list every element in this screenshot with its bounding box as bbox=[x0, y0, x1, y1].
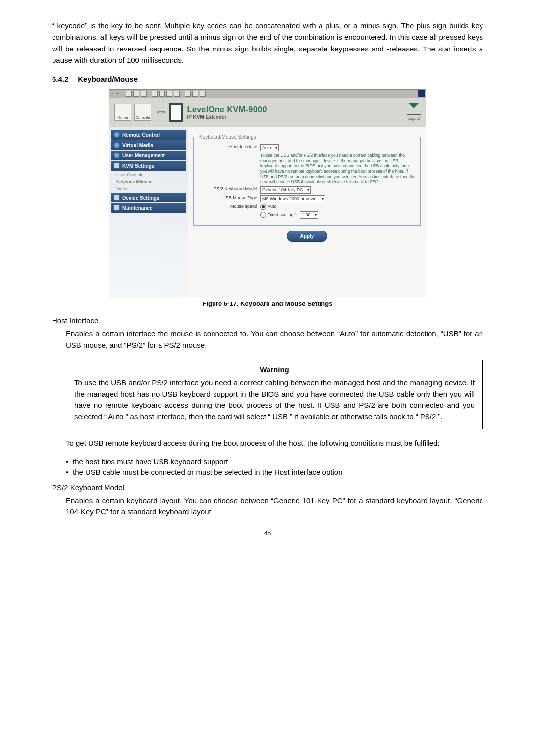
brand-title: LevelOne KVM-9000 bbox=[187, 105, 267, 114]
sidebar-item-user-management[interactable]: User Management bbox=[111, 151, 186, 160]
toolbar-button-icon[interactable] bbox=[185, 91, 191, 97]
list-item: the host bios must have USB keyboard sup… bbox=[66, 457, 483, 466]
sidebar-item-kvm-settings[interactable]: KVM Settings bbox=[111, 161, 186, 171]
figure-caption: Figure 6-17. Keyboard and Mouse Settings bbox=[52, 300, 483, 307]
fieldset-legend: Keyboard/Mouse Settings bbox=[198, 134, 258, 140]
brand-logo-icon bbox=[169, 103, 183, 122]
host-interface-select[interactable]: Auto bbox=[260, 144, 279, 151]
sidebar-sub-user-console[interactable]: User Console bbox=[109, 171, 188, 178]
sidebar-sub-keyboard-mouse[interactable]: Keyboard/Mouse bbox=[109, 178, 188, 185]
brand-subtitle: IP KVM Extender bbox=[187, 114, 267, 120]
mouse-speed-auto-label: Auto bbox=[268, 204, 277, 209]
section-number: 6.4.2 bbox=[52, 75, 76, 83]
nav-icon bbox=[114, 152, 120, 158]
screenshot: ← • → Home Console l bbox=[109, 89, 426, 297]
usb-conditions-lead: To get USB remote keyboard access during… bbox=[66, 437, 483, 449]
logout-label: Logout bbox=[407, 116, 421, 121]
sidebar-item-remote-control[interactable]: Remote Control bbox=[111, 130, 186, 140]
host-interface-heading: Host Interface bbox=[52, 316, 483, 325]
mouse-speed-auto-radio[interactable] bbox=[260, 204, 266, 210]
page: “ keycode” is the key to be sent. Multip… bbox=[52, 0, 483, 547]
browser-toolbar: ← • → bbox=[109, 90, 426, 98]
ps2-model-label: PS/2 Keyboard Model bbox=[198, 186, 260, 194]
toolbar-button-icon[interactable] bbox=[152, 91, 158, 97]
warning-title: Warning bbox=[74, 365, 475, 374]
toolbar-button-icon[interactable] bbox=[174, 91, 180, 97]
keyboard-mouse-fieldset: Keyboard/Mouse Settings Host Interface A… bbox=[193, 134, 421, 226]
warning-text: To use the USB and/or PS/2 interface you… bbox=[74, 377, 475, 423]
toolbar-logo-icon bbox=[418, 90, 425, 97]
toolbar-arrows: ← • → bbox=[111, 91, 124, 96]
host-interface-note: To use the USB and/or PS/2 interface you… bbox=[260, 153, 416, 185]
app-header: Home Console level LevelOne KVM-9000 IP … bbox=[109, 98, 426, 127]
content-pane: Keyboard/Mouse Settings Host Interface A… bbox=[188, 127, 426, 298]
toolbar-button-icon[interactable] bbox=[192, 91, 198, 97]
toolbar-button-icon[interactable] bbox=[200, 91, 206, 97]
figure: ← • → Home Console l bbox=[52, 89, 483, 297]
toolbar-button-icon[interactable] bbox=[126, 91, 132, 97]
toolbar-button-icon[interactable] bbox=[166, 91, 172, 97]
home-icon[interactable]: Home bbox=[114, 104, 131, 121]
ps2-text: Enables a certain keyboard layout. You c… bbox=[66, 495, 483, 518]
ps2-model-select[interactable]: Generic 104-Key PC bbox=[260, 186, 311, 194]
toolbar-button-icon[interactable] bbox=[133, 91, 139, 97]
list-item: the USB cable must be connected or must … bbox=[66, 468, 483, 476]
section-title: Keyboard/Mouse bbox=[78, 75, 138, 83]
sidebar-item-virtual-media[interactable]: Virtual Media bbox=[111, 140, 186, 150]
mouse-speed-fixed-radio[interactable] bbox=[260, 212, 266, 218]
console-icon[interactable]: Console bbox=[134, 104, 151, 121]
usb-mouse-label: USB Mouse Type bbox=[198, 195, 260, 202]
host-interface-label: Host Interface bbox=[198, 144, 260, 151]
intro-paragraph: “ keycode” is the key to be sent. Multip… bbox=[52, 20, 483, 66]
logout-block[interactable]: Logout bbox=[407, 103, 421, 121]
ps2-heading: PS/2 Keyboard Model bbox=[52, 483, 483, 492]
usb-mouse-select[interactable]: MS Windows 2000 or newer bbox=[260, 195, 325, 202]
mouse-speed-fixed-label: Fixed scaling 1: bbox=[268, 212, 299, 217]
sidebar-sub-video[interactable]: Video bbox=[109, 185, 188, 192]
toolbar-button-icon[interactable] bbox=[141, 91, 147, 97]
logout-icon bbox=[408, 103, 419, 114]
nav-icon bbox=[114, 142, 120, 148]
nav-icon bbox=[114, 195, 120, 201]
sidebar-item-device-settings[interactable]: Device Settings bbox=[111, 193, 186, 202]
sidebar: Remote Control Virtual Media User Manage… bbox=[109, 127, 188, 298]
warning-box: Warning To use the USB and/or PS/2 inter… bbox=[66, 360, 483, 429]
logo-text-top: level bbox=[157, 110, 165, 114]
nav-icon bbox=[114, 163, 120, 169]
mouse-speed-label: Mouse speed bbox=[198, 204, 260, 210]
toolbar-button-icon[interactable] bbox=[159, 91, 165, 97]
sidebar-item-maintenance[interactable]: Maintenance bbox=[111, 203, 186, 213]
nav-icon bbox=[114, 205, 120, 211]
apply-button[interactable]: Apply bbox=[287, 231, 327, 242]
nav-icon bbox=[114, 132, 120, 138]
usb-conditions-list: the host bios must have USB keyboard sup… bbox=[66, 457, 483, 476]
mouse-speed-fixed-select[interactable]: 1.00 bbox=[300, 211, 318, 219]
page-number: 45 bbox=[52, 529, 483, 537]
host-interface-text: Enables a certain interface the mouse is… bbox=[66, 328, 483, 351]
section-heading: 6.4.2 Keyboard/Mouse bbox=[52, 75, 483, 83]
